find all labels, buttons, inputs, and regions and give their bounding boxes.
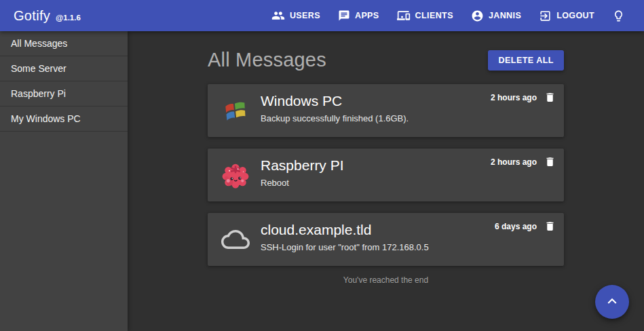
sidebar-item-label: All Messages bbox=[11, 38, 67, 49]
sidebar-item-label: My Windows PC bbox=[11, 113, 81, 124]
content-header: All Messages DELETE ALL bbox=[208, 49, 564, 71]
nav-item-user-jannis[interactable]: JANNIS bbox=[471, 9, 521, 22]
message-text: cloud.example.tld SSH-Login for user "ro… bbox=[261, 213, 564, 252]
message-timestamp: 2 hours ago bbox=[491, 157, 537, 167]
page-title: All Messages bbox=[208, 49, 326, 71]
message-body: Reboot bbox=[261, 178, 564, 188]
sidebar-item-my-windows-pc[interactable]: My Windows PC bbox=[0, 106, 128, 132]
message-meta: 6 days ago bbox=[495, 220, 556, 232]
windows-logo-icon bbox=[221, 96, 250, 125]
apps-icon bbox=[338, 9, 350, 22]
delete-message-button[interactable] bbox=[544, 156, 556, 168]
nav-item-clients[interactable]: CLIENTS bbox=[397, 9, 453, 22]
raspberry-logo-icon bbox=[221, 161, 250, 189]
clients-icon bbox=[397, 9, 411, 22]
navbar-menu: USERS APPS CLIENTS JANNIS LOGOUT bbox=[271, 9, 625, 22]
delete-message-button[interactable] bbox=[544, 92, 556, 103]
end-of-list-text: You've reached the end bbox=[208, 275, 564, 285]
nav-label-clients: CLIENTS bbox=[415, 11, 453, 20]
trash-icon bbox=[544, 159, 556, 170]
nav-label-users: USERS bbox=[290, 11, 320, 20]
users-icon bbox=[271, 9, 285, 22]
sidebar-item-some-server[interactable]: Some Server bbox=[0, 56, 128, 81]
top-navbar: Gotify @1.1.6 USERS APPS CLIENTS JANNIS bbox=[0, 0, 644, 31]
theme-toggle-button[interactable] bbox=[612, 9, 625, 22]
message-card-cloud: cloud.example.tld SSH-Login for user "ro… bbox=[208, 213, 564, 266]
delete-all-button[interactable]: DELETE ALL bbox=[488, 50, 564, 71]
message-timestamp: 6 days ago bbox=[495, 222, 537, 231]
delete-message-button[interactable] bbox=[544, 220, 556, 232]
channel-sidebar: All Messages Some Server Raspberry Pi My… bbox=[0, 31, 128, 331]
sidebar-item-raspberry-pi[interactable]: Raspberry Pi bbox=[0, 81, 128, 106]
sidebar-item-all-messages[interactable]: All Messages bbox=[0, 31, 128, 56]
message-card-windows-pc: Windows PC Backup successfully finished … bbox=[208, 84, 564, 137]
app-version: @1.1.6 bbox=[56, 14, 81, 22]
nav-item-logout[interactable]: LOGOUT bbox=[539, 9, 594, 22]
message-body: SSH-Login for user "root" from 172.168.0… bbox=[261, 242, 564, 252]
message-timestamp: 2 hours ago bbox=[491, 93, 537, 102]
message-body: Backup successfully finished (1.6GB). bbox=[261, 113, 564, 123]
app-brand: Gotify @1.1.6 bbox=[14, 8, 81, 24]
message-text: Raspberry PI Reboot bbox=[261, 149, 564, 188]
trash-icon bbox=[544, 224, 556, 234]
app-title: Gotify bbox=[14, 8, 50, 24]
chevron-up-icon bbox=[603, 292, 621, 312]
message-meta: 2 hours ago bbox=[491, 156, 556, 168]
logout-icon bbox=[539, 9, 552, 22]
sidebar-item-label: Some Server bbox=[11, 63, 67, 74]
scroll-to-top-fab[interactable] bbox=[595, 285, 629, 319]
nav-label-jannis: JANNIS bbox=[489, 11, 521, 20]
nav-label-logout: LOGOUT bbox=[556, 11, 594, 20]
cloud-icon bbox=[221, 225, 250, 254]
main-content: All Messages DELETE ALL Windows PC Backu… bbox=[128, 31, 644, 331]
nav-item-apps[interactable]: APPS bbox=[338, 9, 379, 22]
nav-label-apps: APPS bbox=[355, 11, 379, 20]
message-text: Windows PC Backup successfully finished … bbox=[261, 84, 564, 123]
trash-icon bbox=[544, 95, 556, 105]
message-meta: 2 hours ago bbox=[491, 92, 556, 103]
lightbulb-icon bbox=[612, 9, 625, 22]
message-card-raspberry-pi: Raspberry PI Reboot 2 hours ago bbox=[208, 149, 564, 201]
sidebar-item-label: Raspberry Pi bbox=[11, 88, 66, 99]
nav-item-users[interactable]: USERS bbox=[271, 9, 320, 22]
account-icon bbox=[471, 9, 484, 22]
